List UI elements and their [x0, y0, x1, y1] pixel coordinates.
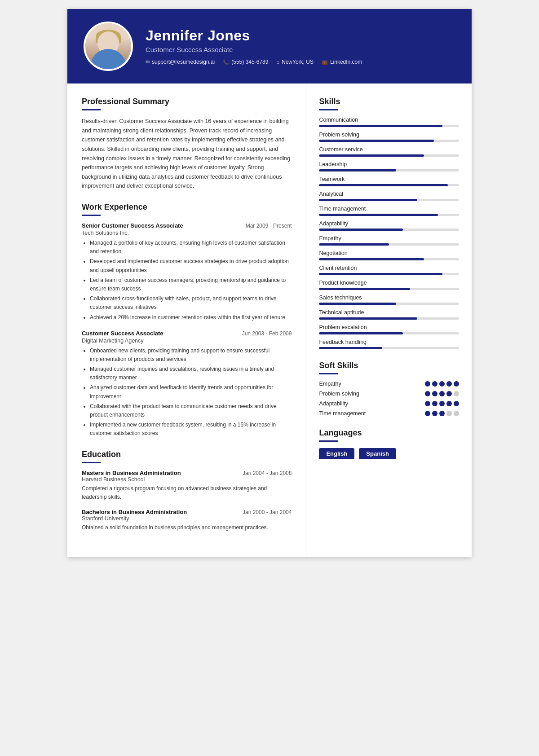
location-icon: ⌂ — [276, 59, 279, 65]
dot — [454, 401, 459, 406]
contact-linkedin[interactable]: 💼 LinkedIn.com — [322, 59, 362, 65]
skills-title: Skills — [319, 97, 459, 106]
skill-name: Empathy — [319, 235, 459, 242]
dot — [432, 411, 437, 416]
dot — [446, 411, 452, 416]
dot — [446, 391, 452, 396]
linkedin-text: LinkedIn.com — [330, 59, 362, 65]
skill-bar-fill — [319, 288, 410, 290]
skill-bar-bg — [319, 199, 459, 201]
education-title: Education — [82, 450, 292, 459]
dots — [425, 401, 459, 406]
edu-desc: Obtained a solid foundation in business … — [82, 523, 292, 532]
bullet: Implemented a new customer feedback syst… — [90, 421, 292, 438]
skill-bar-fill — [319, 154, 424, 157]
summary-title: Professional Summary — [82, 97, 292, 106]
skill-name: Sales techniques — [319, 294, 459, 301]
skill-item: Technical aptitude — [319, 309, 459, 320]
job-bullets: Managed a portfolio of key accounts, ens… — [82, 239, 292, 322]
soft-skill-item: Problem-solving — [319, 391, 459, 397]
bullet: Led a team of customer success managers,… — [90, 276, 292, 293]
dot — [432, 391, 437, 396]
skill-item: Teamwork — [319, 176, 459, 186]
skill-bar-bg — [319, 273, 459, 275]
edu-header: Bachelors in Business Administration Jan… — [82, 509, 292, 515]
dot — [425, 401, 430, 406]
phone-text: (555) 345-6789 — [231, 59, 268, 65]
dot — [439, 391, 445, 396]
avatar — [84, 22, 133, 71]
soft-skill-name: Time management — [319, 410, 366, 417]
email-icon: ✉ — [146, 59, 150, 65]
skill-bar-bg — [319, 140, 459, 142]
skill-bar-bg — [319, 303, 459, 305]
skill-bar-bg — [319, 154, 459, 157]
languages-section: Languages English Spanish — [319, 428, 459, 459]
languages-title: Languages — [319, 428, 459, 438]
skill-name: Client retention — [319, 265, 459, 271]
skill-name: Technical aptitude — [319, 309, 459, 316]
skill-item: Empathy — [319, 235, 459, 246]
skill-item: Analytical — [319, 191, 459, 201]
skill-item: Communication — [319, 117, 459, 127]
skill-name: Analytical — [319, 191, 459, 197]
skill-bar-bg — [319, 258, 459, 260]
skill-bar-bg — [319, 347, 459, 349]
edu-header: Masters in Business Administration Jan 2… — [82, 470, 292, 476]
skill-item: Time management — [319, 206, 459, 216]
summary-text: Results-driven Customer Success Associat… — [82, 117, 292, 191]
soft-skills-divider — [319, 373, 338, 374]
job-item: Senior Customer Success Associate Mar 20… — [82, 222, 292, 322]
skill-bar-bg — [319, 125, 459, 127]
header-info: Jennifer Jones Customer Success Associat… — [146, 27, 455, 65]
skill-bar-fill — [319, 258, 424, 260]
skill-item: Client retention — [319, 265, 459, 275]
skill-bar-fill — [319, 243, 389, 246]
job-header: Senior Customer Success Associate Mar 20… — [82, 222, 292, 229]
edu-desc: Completed a rigorous program focusing on… — [82, 484, 292, 501]
skill-bar-fill — [319, 125, 442, 127]
skill-name: Problem-solving — [319, 132, 459, 138]
edu-date: Jan 2004 - Jan 2008 — [243, 470, 292, 476]
bullet: Collaborated with the product team to co… — [90, 402, 292, 419]
location-text: NewYork, US — [282, 59, 314, 65]
skill-bar-fill — [319, 273, 442, 275]
dot — [432, 381, 437, 387]
contact-list: ✉ support@resumedesign.ai 📞 (555) 345-67… — [146, 59, 455, 65]
edu-date: Jan 2000 - Jan 2004 — [243, 509, 292, 515]
bullet: Onboarded new clients, providing trainin… — [90, 347, 292, 364]
skill-item: Product knowledge — [319, 280, 459, 290]
contact-phone: 📞 (555) 345-6789 — [223, 59, 268, 65]
job-bullets: Onboarded new clients, providing trainin… — [82, 347, 292, 438]
soft-skill-item: Time management — [319, 410, 459, 417]
bullet: Managed a portfolio of key accounts, ens… — [90, 239, 292, 256]
bullet: Analyzed customer data and feedback to i… — [90, 383, 292, 400]
skill-bar-bg — [319, 229, 459, 231]
skill-bar-bg — [319, 184, 459, 186]
skill-item: Problem escalation — [319, 324, 459, 334]
dot — [425, 411, 430, 416]
candidate-name: Jennifer Jones — [146, 27, 455, 44]
skill-name: Communication — [319, 117, 459, 123]
header-section: Jennifer Jones Customer Success Associat… — [67, 9, 472, 84]
soft-skill-item: Adaptability — [319, 400, 459, 407]
dots — [425, 411, 459, 416]
skill-bar-fill — [319, 303, 396, 305]
skill-item: Problem-solving — [319, 132, 459, 142]
skill-name: Customer service — [319, 146, 459, 153]
edu-item: Masters in Business Administration Jan 2… — [82, 470, 292, 501]
skill-name: Problem escalation — [319, 324, 459, 330]
dots — [425, 391, 459, 396]
bullet: Developed and implemented customer succe… — [90, 257, 292, 274]
language-badges: English Spanish — [319, 448, 459, 459]
skill-bar-bg — [319, 288, 459, 290]
job-title: Senior Customer Success Associate — [82, 222, 183, 229]
skill-name: Leadership — [319, 161, 459, 167]
job-company: Digital Marketing Agency — [82, 338, 292, 344]
skill-bar-fill — [319, 332, 403, 334]
bullet: Achieved a 20% increase in customer rete… — [90, 313, 292, 322]
dot — [446, 401, 452, 406]
skill-item: Sales techniques — [319, 294, 459, 305]
edu-degree: Bachelors in Business Administration — [82, 509, 187, 515]
soft-skill-item: Empathy — [319, 381, 459, 387]
